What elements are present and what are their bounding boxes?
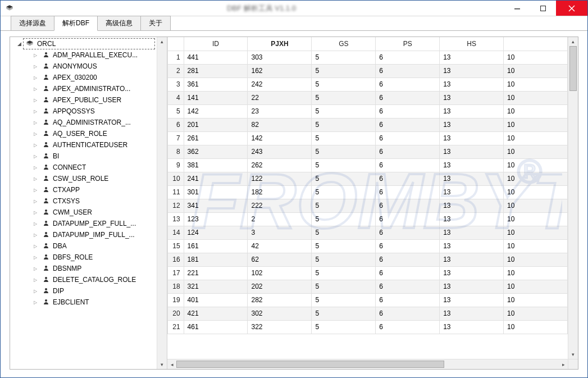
cell[interactable]: 102 (248, 266, 312, 280)
scroll-up-icon[interactable]: ▴ (568, 37, 578, 46)
cell[interactable]: 124 (184, 226, 248, 239)
cell[interactable]: 5 (312, 158, 376, 172)
cell[interactable]: 322 (248, 320, 312, 334)
cell[interactable]: 282 (248, 293, 312, 307)
column-header[interactable]: PS (376, 37, 440, 51)
table-row[interactable]: 514223561310 (168, 104, 568, 118)
cell[interactable]: 341 (184, 199, 248, 212)
cell[interactable]: 6 (376, 253, 440, 266)
cell[interactable]: 5 (312, 199, 376, 212)
tab-2[interactable]: 高级信息 (97, 16, 141, 30)
column-header[interactable] (504, 37, 568, 51)
cell[interactable]: 241 (184, 172, 248, 185)
cell[interactable]: 13 (440, 64, 504, 78)
expand-icon[interactable]: ▷ (34, 64, 39, 69)
cell[interactable]: 10 (504, 51, 568, 64)
tree-item[interactable]: ▷DBSNMP (10, 263, 157, 274)
cell[interactable]: 5 (312, 185, 376, 199)
cell[interactable]: 141 (184, 91, 248, 104)
grid-vertical-scrollbar[interactable]: ▴ ▾ (568, 37, 578, 359)
tree-item[interactable]: ▷APPQOSSYS (10, 106, 157, 117)
cell[interactable]: 13 (440, 51, 504, 64)
cell[interactable]: 381 (184, 158, 248, 172)
cell[interactable]: 361 (184, 78, 248, 91)
cell[interactable]: 13 (440, 320, 504, 334)
cell[interactable]: 301 (184, 185, 248, 199)
expand-icon[interactable]: ▷ (34, 221, 39, 226)
table-row[interactable]: 1441303561310 (168, 51, 568, 64)
table-row[interactable]: 620182561310 (168, 118, 568, 131)
expand-icon[interactable]: ▷ (34, 86, 39, 92)
cell[interactable]: 5 (312, 307, 376, 320)
cell[interactable]: 13 (440, 253, 504, 266)
scroll-left-icon[interactable]: ◂ (167, 359, 176, 369)
cell[interactable]: 82 (248, 118, 312, 131)
tree-item[interactable]: ▷ADM_PARALLEL_EXECU... (10, 49, 157, 61)
cell[interactable]: 5 (312, 131, 376, 145)
tree-item[interactable]: ▷AUTHENTICATEDUSER (10, 139, 157, 151)
cell[interactable]: 10 (504, 280, 568, 293)
cell[interactable]: 281 (184, 64, 248, 78)
cell[interactable]: 461 (184, 320, 248, 334)
cell[interactable]: 10 (504, 226, 568, 239)
cell[interactable]: 10 (504, 239, 568, 253)
cell[interactable]: 302 (248, 307, 312, 320)
cell[interactable]: 10 (504, 307, 568, 320)
column-header[interactable]: HS (440, 37, 504, 51)
cell[interactable]: 5 (312, 266, 376, 280)
tab-3[interactable]: 关于 (140, 16, 171, 30)
cell[interactable]: 13 (440, 104, 504, 118)
cell[interactable]: 6 (376, 64, 440, 78)
cell[interactable]: 5 (312, 118, 376, 131)
cell[interactable]: 6 (376, 199, 440, 212)
expand-icon[interactable]: ▷ (34, 244, 39, 249)
cell[interactable]: 10 (504, 91, 568, 104)
tree-item[interactable]: ▷APEX_ADMINISTRATO... (10, 83, 157, 94)
cell[interactable]: 13 (440, 199, 504, 212)
cell[interactable]: 5 (312, 172, 376, 185)
cell[interactable]: 221 (184, 266, 248, 280)
cell[interactable]: 10 (504, 212, 568, 226)
expand-icon[interactable]: ▷ (34, 98, 39, 103)
table-row[interactable]: 17221102561310 (168, 266, 568, 280)
cell[interactable]: 401 (184, 293, 248, 307)
expand-icon[interactable]: ▷ (34, 300, 39, 305)
tree-item[interactable]: ▷DATAPUMP_EXP_FULL_... (10, 218, 157, 229)
tree-item[interactable]: ▷EJBCLIENT (10, 297, 157, 308)
cell[interactable]: 6 (376, 185, 440, 199)
cell[interactable]: 6 (376, 131, 440, 145)
cell[interactable]: 6 (376, 320, 440, 334)
cell[interactable]: 5 (312, 78, 376, 91)
expand-icon[interactable]: ▷ (34, 109, 39, 114)
cell[interactable]: 6 (376, 51, 440, 64)
cell[interactable]: 13 (440, 266, 504, 280)
maximize-button[interactable] (530, 1, 556, 16)
expand-icon[interactable]: ▷ (34, 176, 39, 181)
cell[interactable]: 5 (312, 104, 376, 118)
scroll-down-icon[interactable]: ▾ (157, 360, 167, 369)
cell[interactable]: 242 (248, 78, 312, 91)
cell[interactable]: 10 (504, 293, 568, 307)
scroll-thumb[interactable] (569, 46, 577, 91)
tree-item[interactable]: ▷AQ_USER_ROLE (10, 128, 157, 139)
expand-icon[interactable]: ▷ (34, 233, 39, 238)
expand-icon[interactable]: ▷ (34, 120, 39, 125)
cell[interactable]: 5 (312, 212, 376, 226)
cell[interactable]: 10 (504, 253, 568, 266)
cell[interactable]: 10 (504, 104, 568, 118)
cell[interactable]: 6 (376, 104, 440, 118)
table-row[interactable]: 19401282561310 (168, 293, 568, 307)
cell[interactable]: 122 (248, 172, 312, 185)
cell[interactable]: 5 (312, 320, 376, 334)
tree-item[interactable]: ▷DELETE_CATALOG_ROLE (10, 274, 157, 285)
expand-icon[interactable]: ▷ (34, 188, 39, 193)
cell[interactable]: 5 (312, 253, 376, 266)
cell[interactable]: 13 (440, 239, 504, 253)
cell[interactable]: 13 (440, 118, 504, 131)
cell[interactable]: 6 (376, 158, 440, 172)
cell[interactable]: 182 (248, 185, 312, 199)
scroll-track[interactable] (157, 46, 167, 360)
cell[interactable]: 6 (376, 307, 440, 320)
cell[interactable]: 13 (440, 91, 504, 104)
cell[interactable]: 5 (312, 226, 376, 239)
